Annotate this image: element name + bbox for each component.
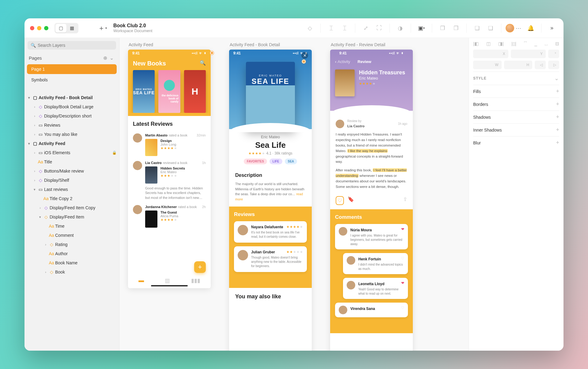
notifications-icon[interactable]: 🔔 <box>525 23 537 34</box>
layer-row[interactable]: ›◇Display/Book Detail Large <box>24 102 119 111</box>
union-icon[interactable]: ❐ <box>436 23 449 34</box>
layer-row[interactable]: AaTitle <box>24 157 119 166</box>
canvas[interactable]: Activity Feed 9:41••ıl ᯤ ▮ New Books🔍 ER… <box>119 38 469 351</box>
page-row[interactable]: Symbols <box>27 75 117 85</box>
tag-pill[interactable]: LIFE <box>270 158 282 164</box>
compose-fab[interactable]: + <box>194 261 206 273</box>
feed-item[interactable]: Jordanna Kitchener rated a book2h The Gu… <box>128 204 211 231</box>
layer-row[interactable]: ›◇Display/Feed Item Copy <box>24 203 119 212</box>
inspector-section[interactable]: Borders+ <box>473 98 559 110</box>
artboard-book-detail[interactable]: 9:41••ıl ᯤ ▮ ✕ ERIC MATEO SEA LIFE Eric … <box>229 50 312 351</box>
forward-icon[interactable]: ❏ <box>471 23 483 34</box>
layer-row[interactable]: ›◇Rating <box>24 240 119 249</box>
feed-item[interactable]: Martin Abasto rated a book32min Design J… <box>128 132 211 160</box>
mask-icon[interactable]: ◑ <box>394 23 406 34</box>
review-card[interactable]: Julian Gruber★★★★★ Though good, Mateo do… <box>234 246 307 272</box>
add-icon[interactable]: + <box>556 101 559 107</box>
layer-row[interactable]: ›◇Display/Shelf <box>24 176 119 185</box>
align-bottom-icon[interactable]: ⎵ <box>545 41 548 47</box>
like-icon[interactable]: ♡ <box>336 196 344 205</box>
artboard-label[interactable]: Activity Feed <box>129 42 153 47</box>
add-icon[interactable]: + <box>556 127 559 133</box>
inspector-section[interactable]: Shadows+ <box>473 110 559 123</box>
inspector-section[interactable]: Blur+ <box>473 136 559 149</box>
layer-row[interactable]: ▾▭Last reviews <box>24 185 119 194</box>
add-page-icon[interactable]: ⊕ <box>102 55 108 61</box>
align-bottom-icon[interactable]: ⌶ <box>338 23 351 34</box>
back-link[interactable]: ‹Activity <box>335 59 350 64</box>
share-icon[interactable]: ⇪ <box>403 196 407 205</box>
layer-row[interactable]: AaComment <box>24 231 119 240</box>
inspector-section[interactable]: Inner Shadows+ <box>473 123 559 136</box>
tag-pill[interactable]: FAVORITES <box>244 158 267 164</box>
align-middle-icon[interactable]: ⎯ <box>534 41 537 47</box>
review-card[interactable]: Nayara Delafuente★★★★★ It's not the best… <box>234 221 307 243</box>
disclosure-triangle-icon[interactable]: › <box>32 114 37 118</box>
tab-library-icon[interactable]: ▥ <box>165 277 170 284</box>
disclosure-triangle-icon[interactable]: › <box>32 178 37 182</box>
layer-row[interactable]: ▾▢Activity Feed <box>24 139 119 148</box>
heart-icon[interactable]: ❤ <box>401 227 404 231</box>
user-avatar[interactable] <box>506 24 514 32</box>
layer-row[interactable]: ›◇Book <box>24 267 119 277</box>
disclosure-triangle-icon[interactable]: ▾ <box>32 188 37 192</box>
align-left-icon[interactable]: |◧ <box>473 41 479 47</box>
align-top-icon[interactable]: ⌶ <box>325 23 337 34</box>
view-segmented-control[interactable]: ▢ ▦ <box>55 23 78 33</box>
disclosure-triangle-icon[interactable]: › <box>43 270 48 274</box>
edit-icon[interactable]: ⛶ <box>373 23 385 34</box>
prototype-connector[interactable] <box>302 60 306 63</box>
layer-row[interactable]: ▾◇Display/Feed Item <box>24 212 119 222</box>
layer-row[interactable]: AaAuthor <box>24 249 119 258</box>
tab-stats-icon[interactable]: ▮▮▮ <box>191 277 200 284</box>
close-window-button[interactable] <box>30 26 34 30</box>
close-icon[interactable]: ✕ <box>301 52 308 59</box>
resize-artboard-icon[interactable]: ▣▾ <box>415 23 428 34</box>
comment-card[interactable]: Virendra Sana ♡ <box>335 303 408 317</box>
flip-h-icon[interactable]: ◁ <box>535 61 546 69</box>
artboard-label[interactable]: Activity Feed - Book Detail <box>230 42 280 47</box>
chevron-down-icon[interactable]: ⌄ <box>554 75 559 82</box>
comment-card[interactable]: Núria MouraI agree with you. Mateo is gr… <box>335 224 408 249</box>
h-field[interactable]: H <box>504 61 533 69</box>
tab-home-icon[interactable]: ▬ <box>138 277 144 284</box>
inspector-section[interactable]: Fills+ <box>473 85 559 98</box>
layer-row[interactable]: ›▭Reviews <box>24 121 119 130</box>
layer-row[interactable]: AaTitle Copy 2 <box>24 194 119 203</box>
heart-icon[interactable]: ♡ <box>401 306 404 310</box>
scale-icon[interactable]: ⤢ <box>360 23 372 34</box>
heart-icon[interactable]: ♡ <box>401 256 404 260</box>
zoom-window-button[interactable] <box>44 26 48 30</box>
heart-icon[interactable]: ❤ <box>401 281 404 285</box>
disclosure-triangle-icon[interactable]: ▾ <box>37 215 43 219</box>
minimize-window-button[interactable] <box>37 26 41 30</box>
w-field[interactable]: W <box>473 61 502 69</box>
layer-row[interactable]: ›◇Display/Description short <box>24 111 119 121</box>
disclosure-triangle-icon[interactable]: › <box>43 243 48 246</box>
flip-v-icon[interactable]: ▷ <box>548 61 559 69</box>
layer-row[interactable]: AaBook Name <box>24 258 119 267</box>
add-icon[interactable]: + <box>556 114 559 120</box>
y-field[interactable]: Y <box>511 50 546 58</box>
search-layers-field[interactable]: 🔍 <box>28 41 116 50</box>
canvas-view-icon[interactable]: ▢ <box>55 24 66 32</box>
distribute-h-icon[interactable]: |▯| <box>511 41 516 47</box>
components-view-icon[interactable]: ▦ <box>66 24 77 32</box>
overflow-chevron-icon[interactable]: » <box>546 23 558 34</box>
backward-icon[interactable]: ❏ <box>484 23 497 34</box>
pages-chevron-icon[interactable]: ⌄ <box>108 55 115 61</box>
disclosure-triangle-icon[interactable]: ▾ <box>26 96 32 100</box>
artboard-activity-feed[interactable]: 9:41••ıl ᯤ ▮ New Books🔍 ERIC MATEOSEA LI… <box>128 50 211 288</box>
feed-item[interactable]: Lia Castro reviewed a book1h Hidden Secr… <box>128 160 211 204</box>
add-icon[interactable]: + <box>556 140 559 146</box>
insert-button[interactable]: ＋▾ <box>96 23 108 34</box>
layer-row[interactable]: ›◇Buttons/Make review <box>24 166 119 176</box>
layer-row[interactable]: ▾▢Activity Feed - Book Detail <box>24 93 119 102</box>
distribute-v-icon[interactable]: ⊟ <box>555 41 559 47</box>
disclosure-triangle-icon[interactable]: ▾ <box>26 142 32 146</box>
layer-row[interactable]: AaTime <box>24 222 119 231</box>
prototype-connector[interactable] <box>210 51 214 55</box>
layer-row[interactable]: ›▭You may also like <box>24 130 119 139</box>
angle-field[interactable]: ° <box>548 50 559 58</box>
collaborators-menu-icon[interactable]: ⋯ <box>515 23 522 34</box>
